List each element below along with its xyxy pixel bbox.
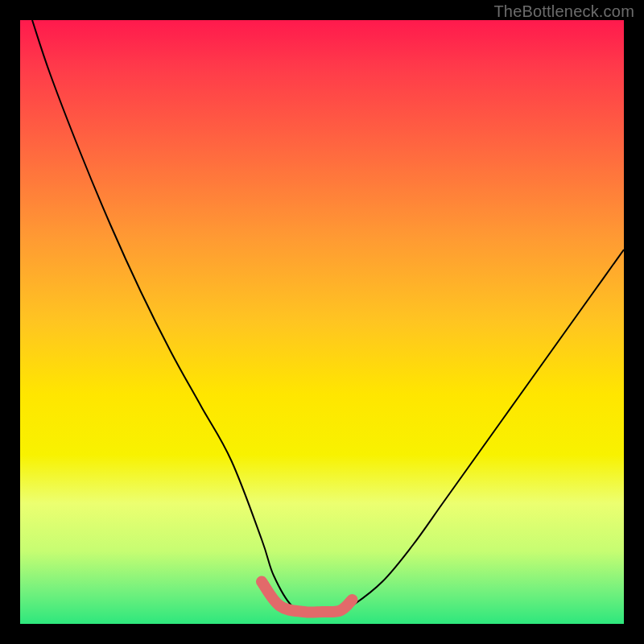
frame-right — [624, 0, 644, 644]
sweet-spot-highlight — [262, 582, 353, 613]
chart-canvas: TheBottleneck.com — [0, 0, 644, 644]
watermark-text: TheBottleneck.com — [493, 2, 634, 20]
frame-left — [0, 0, 20, 644]
chart-svg — [20, 20, 624, 624]
chart-plot-area — [20, 20, 624, 624]
watermark-container: TheBottleneck.com — [493, 2, 634, 21]
frame-bottom — [0, 624, 644, 644]
bottleneck-curve — [32, 20, 624, 613]
